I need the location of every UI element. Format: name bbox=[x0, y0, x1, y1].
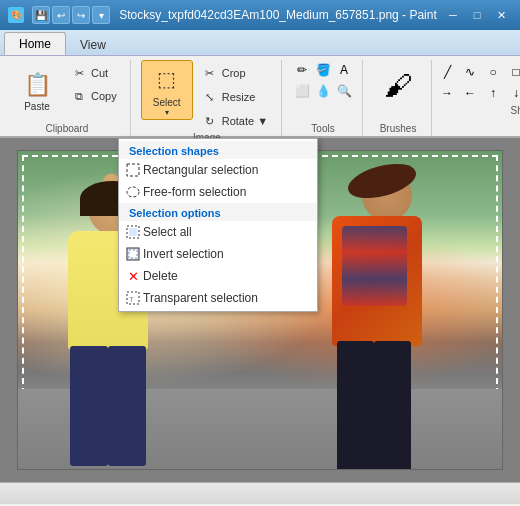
pencil-tool[interactable]: ✏ bbox=[292, 60, 312, 80]
minimize-button[interactable]: ─ bbox=[442, 6, 464, 24]
image-tools-btns: ✂ Crop ⤡ Resize ↻ Rotate ▼ bbox=[197, 60, 273, 132]
svg-rect-0 bbox=[127, 164, 139, 176]
person-right bbox=[312, 171, 472, 470]
shape-curve[interactable]: ∿ bbox=[459, 62, 481, 82]
shape-left-arrow[interactable]: ← bbox=[459, 83, 481, 103]
shape-line[interactable]: ╱ bbox=[436, 62, 458, 82]
select-all-icon bbox=[125, 224, 141, 240]
select-icon: ⬚ bbox=[149, 61, 185, 97]
picker-tool[interactable]: 💧 bbox=[313, 81, 333, 101]
brushes-label: Brushes bbox=[380, 123, 417, 136]
dropdown-quick-btn[interactable]: ▾ bbox=[92, 6, 110, 24]
image-group: ⬚ Select ▾ ✂ Crop ⤡ Resize ↻ Rotate ▼ bbox=[133, 60, 282, 136]
shape-down-arrow[interactable]: ↓ bbox=[505, 83, 520, 103]
copy-icon: ⧉ bbox=[71, 88, 87, 104]
shape-right-arrow[interactable]: → bbox=[436, 83, 458, 103]
cut-button[interactable]: ✂ Cut bbox=[66, 62, 122, 84]
tools-label: Tools bbox=[311, 123, 334, 136]
invert-selection-item[interactable]: Invert selection bbox=[119, 243, 317, 265]
copy-button[interactable]: ⧉ Copy bbox=[66, 85, 122, 107]
redo-quick-btn[interactable]: ↪ bbox=[72, 6, 90, 24]
tools-group: ✏ 🪣 A ⬜ 💧 🔍 Tools bbox=[284, 60, 363, 136]
transparent-select-icon: T bbox=[125, 290, 141, 306]
clipboard-label: Clipboard bbox=[45, 123, 88, 136]
svg-rect-3 bbox=[129, 228, 137, 236]
tools-grid: ✏ 🪣 A ⬜ 💧 🔍 bbox=[292, 60, 354, 101]
clipboard-small-btns: ✂ Cut ⧉ Copy bbox=[66, 60, 122, 107]
svg-rect-5 bbox=[129, 250, 137, 258]
selection-shapes-header: Selection shapes bbox=[119, 141, 317, 159]
select-all-item[interactable]: Select all bbox=[119, 221, 317, 243]
magnifier-tool[interactable]: 🔍 bbox=[334, 81, 354, 101]
brushes-group: 🖌 Brushes bbox=[365, 60, 432, 136]
rotate-button[interactable]: ↻ Rotate ▼ bbox=[197, 110, 273, 132]
close-button[interactable]: ✕ bbox=[490, 6, 512, 24]
tab-view[interactable]: View bbox=[66, 34, 120, 55]
freeform-selection-item[interactable]: Free-form selection bbox=[119, 181, 317, 203]
paste-icon: 📋 bbox=[21, 69, 53, 101]
svg-text:T: T bbox=[129, 295, 134, 304]
window-controls: ─ □ ✕ bbox=[442, 6, 512, 24]
transparent-selection-item[interactable]: T Transparent selection bbox=[119, 287, 317, 309]
delete-item[interactable]: ✕ Delete bbox=[119, 265, 317, 287]
title-bar-icons: 🎨 bbox=[8, 7, 24, 23]
fill-tool[interactable]: 🪣 bbox=[313, 60, 333, 80]
eraser-tool[interactable]: ⬜ bbox=[292, 81, 312, 101]
delete-icon: ✕ bbox=[125, 268, 141, 284]
shape-rect[interactable]: □ bbox=[505, 62, 520, 82]
shapes-grid: ╱ ∿ ○ □ △ ◇ ⬠ ⬡ → ← ↑ ↓ ✦ ★ ✶ ▭ bbox=[434, 60, 520, 105]
shapes-label: Shapes bbox=[511, 105, 520, 118]
ribbon-tabs: Home View bbox=[0, 30, 520, 56]
rectangular-selection-item[interactable]: Rectangular selection bbox=[119, 159, 317, 181]
shape-oval[interactable]: ○ bbox=[482, 62, 504, 82]
shapes-group: ╱ ∿ ○ □ △ ◇ ⬠ ⬡ → ← ↑ ↓ ✦ ★ ✶ ▭ Shapes bbox=[434, 60, 520, 136]
tab-home[interactable]: Home bbox=[4, 32, 66, 55]
select-btn-container: ⬚ Select ▾ bbox=[141, 60, 193, 120]
image-content: ⬚ Select ▾ ✂ Crop ⤡ Resize ↻ Rotate ▼ bbox=[141, 60, 273, 132]
paste-button[interactable]: 📋 Paste bbox=[12, 60, 62, 120]
freeform-select-icon bbox=[125, 184, 141, 200]
window-title: Stocksy_txpfd042cd3EAm100_Medium_657851.… bbox=[114, 8, 442, 22]
svg-point-1 bbox=[127, 187, 139, 197]
title-bar: 🎨 💾 ↩ ↪ ▾ Stocksy_txpfd042cd3EAm100_Medi… bbox=[0, 0, 520, 30]
status-bar bbox=[0, 482, 520, 504]
invert-select-icon bbox=[125, 246, 141, 262]
maximize-button[interactable]: □ bbox=[466, 6, 488, 24]
dropdown-menu: Selection shapes Rectangular selection F… bbox=[118, 138, 318, 312]
crop-icon: ✂ bbox=[202, 65, 218, 81]
app-icon: 🎨 bbox=[8, 7, 24, 23]
rotate-icon: ↻ bbox=[202, 113, 218, 129]
rect-select-icon bbox=[125, 162, 141, 178]
brushes-button[interactable]: 🖌 bbox=[373, 60, 423, 110]
resize-icon: ⤡ bbox=[202, 89, 218, 105]
cut-icon: ✂ bbox=[71, 65, 87, 81]
clipboard-content: 📋 Paste ✂ Cut ⧉ Copy bbox=[12, 60, 122, 123]
clipboard-group: 📋 Paste ✂ Cut ⧉ Copy Clipboard bbox=[4, 60, 131, 136]
tools-content: ✏ 🪣 A ⬜ 💧 🔍 bbox=[292, 60, 354, 123]
shape-up-arrow[interactable]: ↑ bbox=[482, 83, 504, 103]
resize-button[interactable]: ⤡ Resize bbox=[197, 86, 273, 108]
undo-quick-btn[interactable]: ↩ bbox=[52, 6, 70, 24]
save-quick-btn[interactable]: 💾 bbox=[32, 6, 50, 24]
quick-access-toolbar: 💾 ↩ ↪ ▾ bbox=[32, 6, 110, 24]
selection-options-header: Selection options bbox=[119, 203, 317, 221]
text-tool[interactable]: A bbox=[334, 60, 354, 80]
select-button[interactable]: ⬚ Select ▾ bbox=[141, 60, 193, 120]
crop-button[interactable]: ✂ Crop bbox=[197, 62, 273, 84]
ribbon: 📋 Paste ✂ Cut ⧉ Copy Clipboard ⬚ bbox=[0, 56, 520, 138]
brushes-content: 🖌 bbox=[373, 60, 423, 123]
